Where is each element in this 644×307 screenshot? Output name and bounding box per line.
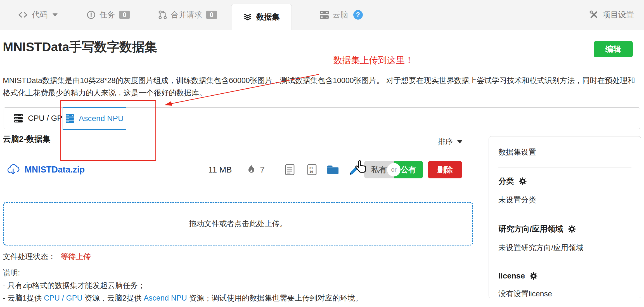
research-label-row: 研究方向/应用领域 bbox=[498, 224, 631, 234]
delete-button[interactable]: 删除 bbox=[428, 161, 462, 178]
pull-request-icon bbox=[158, 10, 167, 20]
nav-issues-label: 任务 bbox=[100, 10, 115, 20]
server-icon bbox=[320, 11, 329, 19]
file-info-icon[interactable] bbox=[285, 164, 295, 176]
pulls-count-badge: 0 bbox=[206, 11, 217, 19]
edit-pencil-icon[interactable] bbox=[348, 164, 360, 176]
file-download-link[interactable]: MNISTData.zip bbox=[7, 164, 85, 175]
status-value: 等待上传 bbox=[61, 252, 91, 261]
issues-count-badge: 0 bbox=[119, 11, 130, 19]
category-value: 未设置分类 bbox=[498, 195, 631, 205]
tab-cpu-gpu-label: CPU / GPU bbox=[28, 114, 68, 123]
ascend-npu-link[interactable]: Ascend NPU bbox=[144, 294, 187, 302]
divider bbox=[498, 215, 631, 215]
license-label-row: license bbox=[498, 271, 631, 280]
nav-settings[interactable]: 项目设置 bbox=[589, 10, 634, 20]
file-name: MNISTData.zip bbox=[25, 165, 85, 175]
annotation-text: 数据集上传到这里！ bbox=[333, 54, 414, 67]
license-label: license bbox=[498, 271, 525, 280]
help-icon[interactable]: ? bbox=[353, 10, 363, 20]
folder-icon[interactable] bbox=[326, 164, 339, 175]
svg-text:10: 10 bbox=[309, 170, 313, 174]
gear-icon[interactable] bbox=[518, 177, 527, 185]
notes-line-2: - 云脑1提供 CPU / GPU 资源，云脑2提供 Ascend NPU 资源… bbox=[3, 292, 363, 304]
download-count: 7 bbox=[260, 165, 265, 174]
upload-dropzone[interactable]: 拖动文件或者点击此处上传。 bbox=[3, 202, 473, 245]
notes: 说明: - 只有zip格式的数据集才能发起云脑任务； - 云脑1提供 CPU /… bbox=[3, 267, 363, 304]
sort-label: 排序 bbox=[438, 137, 453, 147]
divider bbox=[498, 167, 631, 167]
notes-line2-mid: 资源，云脑2提供 bbox=[82, 294, 144, 302]
nav-code[interactable]: 代码 bbox=[18, 10, 58, 20]
category-label-row: 分类 bbox=[498, 176, 631, 186]
fire-icon bbox=[247, 164, 255, 175]
dataset-stack-icon bbox=[243, 13, 252, 22]
notes-line2-suffix: 资源；调试使用的数据集也需要上传到对应的环境。 bbox=[187, 294, 363, 302]
divider bbox=[498, 263, 631, 263]
research-label: 研究方向/应用领域 bbox=[498, 224, 563, 234]
tools-icon bbox=[589, 10, 599, 20]
dataset-settings-panel: 数据集设置 分类 未设置分类 研究方向/应用领域 bbox=[489, 136, 641, 298]
tab-datasets-label: 数据集 bbox=[256, 12, 280, 22]
file-status-line: 文件处理状态：等待上传 bbox=[3, 252, 91, 262]
section-title: 云脑2-数据集 bbox=[3, 134, 51, 145]
server-rack-icon bbox=[14, 114, 23, 123]
file-size: 11 MB bbox=[208, 165, 232, 174]
tab-ascend-npu-label: Ascend NPU bbox=[79, 114, 124, 123]
status-label: 文件处理状态： bbox=[3, 252, 56, 261]
cpu-gpu-link[interactable]: CPU / GPU bbox=[44, 294, 82, 302]
dropzone-hint: 拖动文件或者点击此处上传。 bbox=[189, 219, 287, 229]
notes-line2-prefix: - 云脑1提供 bbox=[3, 294, 44, 302]
or-badge: or bbox=[387, 163, 401, 176]
dataset-page: 代码 任务 0 合并请求 0 bbox=[0, 0, 644, 307]
binary-file-icon[interactable]: 01 10 bbox=[307, 164, 317, 176]
page-title: MNISTData手写数字数据集 bbox=[3, 39, 157, 55]
download-heat: 7 bbox=[247, 164, 265, 175]
edit-button[interactable]: 编辑 bbox=[594, 41, 633, 57]
tab-datasets-active[interactable]: 数据集 bbox=[231, 4, 292, 30]
notes-title: 说明: bbox=[3, 267, 363, 279]
nav-issues[interactable]: 任务 0 bbox=[87, 10, 130, 20]
nav-cloudbrain[interactable]: 云脑 ? bbox=[320, 10, 363, 20]
chevron-down-icon bbox=[53, 13, 58, 16]
server-rack-icon bbox=[65, 114, 75, 123]
issue-icon bbox=[87, 10, 96, 19]
category-label: 分类 bbox=[498, 176, 514, 186]
nav-code-label: 代码 bbox=[32, 10, 48, 20]
dataset-file-row: MNISTData.zip 11 MB 7 01 10 bbox=[0, 155, 488, 184]
nav-pulls-label: 合并请求 bbox=[171, 10, 202, 20]
research-value: 未设置研究方向/应用领域 bbox=[498, 243, 631, 253]
device-tab-bar: CPU / GPU Ascend NPU bbox=[4, 107, 640, 129]
chevron-down-icon bbox=[457, 140, 462, 143]
dataset-description: MNISTData数据集是由10类28*28的灰度图片组成，训练数据集包含600… bbox=[3, 74, 641, 99]
sort-dropdown[interactable]: 排序 bbox=[438, 137, 462, 147]
license-value: 没有设置license bbox=[498, 289, 631, 299]
code-icon bbox=[18, 11, 28, 19]
cloud-download-icon bbox=[7, 164, 20, 175]
top-nav: 代码 任务 0 合并请求 0 bbox=[0, 0, 644, 30]
notes-line-1: - 只有zip格式的数据集才能发起云脑任务； bbox=[3, 279, 363, 292]
nav-pulls[interactable]: 合并请求 0 bbox=[158, 10, 217, 20]
nav-cloudbrain-label: 云脑 bbox=[333, 10, 348, 20]
svg-text:01: 01 bbox=[309, 166, 313, 170]
nav-settings-label: 项目设置 bbox=[603, 10, 634, 20]
gear-icon[interactable] bbox=[568, 225, 576, 233]
sidebar-title: 数据集设置 bbox=[498, 147, 631, 157]
gear-icon[interactable] bbox=[529, 272, 538, 280]
tab-ascend-npu[interactable]: Ascend NPU bbox=[63, 107, 126, 130]
